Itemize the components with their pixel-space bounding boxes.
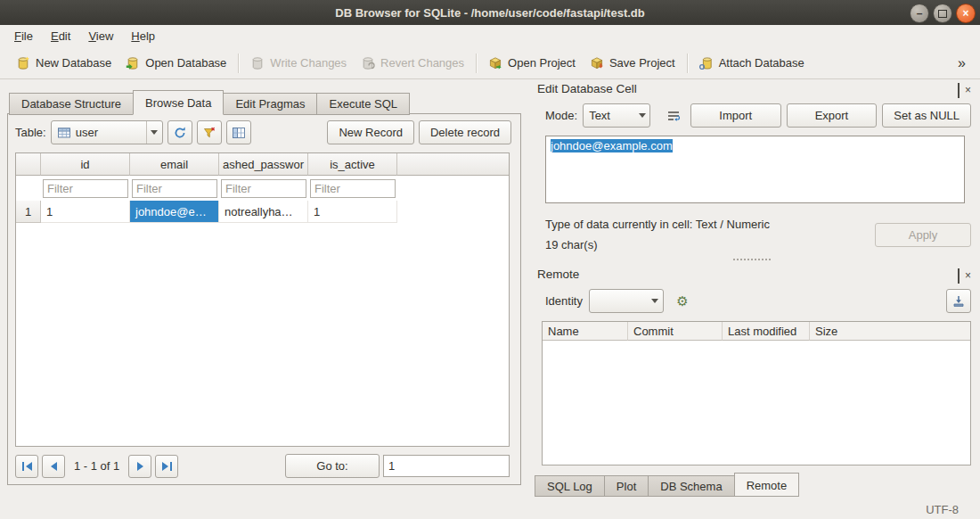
edit-cell-dock-buttons: × — [958, 84, 971, 96]
window-controls: – × — [910, 4, 976, 23]
float-dock-button[interactable] — [958, 84, 960, 97]
revert-changes-button: Revert Changes — [354, 52, 471, 75]
new-database-label: New Database — [36, 56, 111, 70]
next-record-icon — [137, 462, 143, 471]
browse-data-panel: Table: user — [7, 113, 521, 485]
cell-char-count: 19 char(s) — [545, 238, 598, 251]
cell-hashed-password[interactable]: notreallyha… — [219, 201, 308, 223]
freeze-columns-button[interactable] — [226, 120, 251, 144]
remote-column-last-modified[interactable]: Last modified — [723, 322, 810, 341]
open-database-button[interactable]: Open Database — [118, 52, 233, 75]
set-as-null-button[interactable]: Set as NULL — [882, 103, 971, 128]
browser-panel: Database Structure Browse Data Edit Prag… — [7, 78, 521, 485]
tab-remote[interactable]: Remote — [734, 473, 800, 497]
menu-file[interactable]: File — [5, 26, 42, 46]
clone-database-button[interactable] — [946, 289, 971, 313]
column-header-email[interactable]: email — [130, 153, 219, 176]
tab-browse-data[interactable]: Browse Data — [133, 90, 224, 115]
edit-cell-toolbar: Mode: Text Import Export Set as NULL — [545, 103, 971, 128]
column-header-hashed-password[interactable]: ashed_passwor — [219, 153, 308, 176]
cell-email[interactable]: johndoe@e… — [130, 201, 219, 223]
corner-header-cell[interactable] — [16, 153, 41, 176]
open-database-label: Open Database — [145, 56, 226, 70]
database-open-icon — [126, 56, 140, 70]
last-record-icon — [162, 462, 168, 471]
encoding-indicator: UTF-8 — [926, 503, 959, 516]
attach-database-button[interactable]: Attach Database — [692, 52, 812, 75]
maximize-button[interactable] — [933, 4, 952, 23]
minimize-button[interactable]: – — [910, 4, 929, 23]
word-wrap-button[interactable] — [661, 103, 685, 128]
table-row: 1 1 johndoe@e… notreallyha… 1 — [16, 201, 509, 223]
identity-select[interactable] — [589, 289, 664, 313]
last-record-button[interactable] — [155, 455, 178, 478]
goto-button[interactable]: Go to: — [285, 454, 380, 478]
menu-edit[interactable]: Edit — [42, 26, 79, 46]
filter-input-is-active[interactable] — [310, 179, 396, 198]
cell-id[interactable]: 1 — [41, 201, 130, 223]
menu-view[interactable]: View — [79, 26, 122, 46]
previous-record-icon — [51, 462, 57, 471]
write-changes-button: Write Changes — [243, 52, 354, 75]
previous-record-button[interactable] — [42, 455, 65, 478]
filter-input-hashed-password[interactable] — [221, 179, 306, 198]
goto-input[interactable] — [383, 455, 510, 477]
tab-execute-sql[interactable]: Execute SQL — [316, 93, 410, 115]
remote-dock-buttons: × — [958, 269, 971, 282]
remote-column-name[interactable]: Name — [543, 322, 628, 341]
delete-record-button[interactable]: Delete record — [419, 120, 511, 144]
tab-plot[interactable]: Plot — [604, 475, 649, 497]
window-title: DB Browser for SQLite - /home/user/code/… — [335, 6, 644, 20]
filter-input-email[interactable] — [132, 179, 217, 198]
open-project-button[interactable]: Open Project — [481, 52, 583, 75]
revert-changes-icon — [361, 56, 375, 70]
clear-filters-button[interactable] — [197, 120, 222, 144]
toolbar-overflow-button[interactable]: » — [952, 55, 971, 71]
remote-table-header-row: Name Commit Last modified Size — [543, 322, 970, 341]
row-number-header[interactable]: 1 — [16, 201, 41, 223]
toolbar-separator — [687, 54, 688, 73]
export-button[interactable]: Export — [787, 103, 878, 128]
column-header-id[interactable]: id — [41, 153, 130, 176]
import-button[interactable]: Import — [690, 103, 781, 128]
filter-input-id[interactable] — [43, 179, 128, 198]
table-selector-arrow — [146, 121, 162, 144]
remote-float-dock-button[interactable] — [958, 269, 960, 283]
toolbar-separator — [238, 54, 239, 73]
dock-splitter-handle[interactable] — [733, 259, 771, 260]
new-database-button[interactable]: New Database — [9, 52, 118, 75]
remote-column-commit[interactable]: Commit — [628, 322, 723, 341]
mode-select-value: Text — [589, 109, 610, 122]
filter-row — [16, 176, 509, 201]
tab-db-schema[interactable]: DB Schema — [648, 475, 734, 497]
table-icon — [57, 126, 71, 140]
first-record-button[interactable] — [15, 455, 38, 478]
cell-is-active[interactable]: 1 — [308, 201, 397, 223]
save-project-button[interactable]: Save Project — [583, 52, 682, 75]
table-label: Table: — [15, 126, 46, 139]
next-record-button[interactable] — [128, 455, 151, 478]
float-icon — [958, 268, 960, 284]
tab-database-structure[interactable]: Database Structure — [9, 93, 134, 115]
column-header-is-active[interactable]: is_active — [308, 153, 397, 176]
cell-editor[interactable]: johndoe@example.com — [545, 136, 965, 203]
close-dock-button[interactable]: × — [965, 85, 971, 95]
remote-close-dock-button[interactable]: × — [965, 270, 971, 281]
app-window: DB Browser for SQLite - /home/user/code/… — [0, 0, 980, 519]
new-record-button[interactable]: New Record — [327, 120, 414, 144]
tab-sql-log[interactable]: SQL Log — [535, 475, 605, 497]
tab-edit-pragmas[interactable]: Edit Pragmas — [223, 93, 317, 115]
float-icon — [958, 83, 960, 98]
gear-icon: ⚙ — [676, 293, 688, 309]
mode-select[interactable]: Text — [583, 103, 650, 128]
record-pager: 1 - 1 of 1 Go to: — [15, 454, 510, 478]
menu-help[interactable]: Help — [122, 26, 164, 46]
close-button[interactable]: × — [956, 4, 976, 23]
remote-column-size[interactable]: Size — [810, 322, 970, 341]
table-selector[interactable]: user — [51, 120, 163, 144]
results-grid: id email ashed_passwor is_active 1 1 j — [15, 152, 510, 447]
refresh-button[interactable] — [167, 120, 192, 144]
project-open-icon — [488, 56, 502, 70]
manage-identities-button[interactable]: ⚙ — [670, 289, 695, 313]
table-controls-row: Table: user — [15, 120, 511, 144]
